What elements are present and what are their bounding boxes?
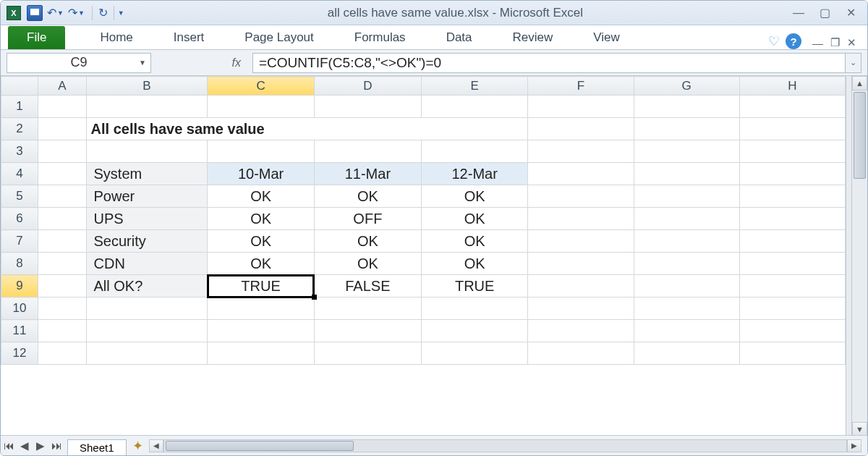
workbook-close-icon[interactable]: ✕ [847, 36, 856, 49]
file-tab[interactable]: File [8, 26, 65, 49]
tab-home[interactable]: Home [87, 26, 145, 49]
sheet-nav-prev-icon[interactable]: ◀ [17, 438, 33, 454]
undo-icon[interactable]: ↶ [47, 6, 56, 20]
excel-app-icon: X [7, 6, 21, 20]
row-header[interactable]: 8 [1, 253, 38, 275]
scroll-down-icon[interactable]: ▼ [852, 422, 867, 436]
col-header[interactable]: A [38, 77, 86, 96]
name-box-value: C9 [70, 55, 87, 70]
fx-icon[interactable]: fx [232, 56, 241, 69]
cell[interactable]: OK [314, 253, 421, 275]
cell[interactable]: 11-Mar [314, 163, 421, 185]
formula-expand-icon[interactable]: ⌄ [846, 53, 861, 73]
ribbon-tabs: File Home Insert Page Layout Formulas Da… [1, 25, 867, 50]
cell[interactable]: Power [86, 185, 208, 208]
cell[interactable]: Security [86, 230, 208, 253]
cell[interactable]: FALSE [314, 275, 421, 297]
cell[interactable]: 10-Mar [208, 163, 315, 185]
new-sheet-icon[interactable]: ✦ [132, 438, 143, 454]
close-button[interactable]: ✕ [840, 5, 861, 21]
cell[interactable]: OK [208, 253, 315, 275]
cell[interactable]: All OK? [86, 275, 208, 297]
name-box[interactable]: C9 ▼ [7, 53, 151, 73]
help-icon[interactable]: ? [786, 33, 801, 49]
formula-input[interactable]: =COUNTIF(C5:C8,"<>OK")=0 [252, 53, 846, 73]
row-header[interactable]: 9 [1, 275, 38, 297]
scroll-left-icon[interactable]: ◀ [149, 439, 163, 452]
qa-separator-2 [114, 6, 114, 20]
row-header[interactable]: 1 [1, 96, 38, 118]
scroll-thumb[interactable] [166, 441, 354, 451]
qa-customize-icon[interactable]: ▼ [118, 9, 124, 17]
scroll-right-icon[interactable]: ▶ [847, 439, 861, 452]
sheet-nav-next-icon[interactable]: ▶ [33, 438, 48, 454]
qa-separator [92, 6, 93, 20]
tab-formulas[interactable]: Formulas [341, 26, 419, 49]
tab-page-layout[interactable]: Page Layout [231, 26, 326, 49]
cell[interactable]: OK [208, 185, 315, 208]
col-header[interactable]: C [208, 77, 315, 96]
col-header[interactable]: H [739, 77, 845, 96]
maximize-button[interactable]: ▢ [814, 5, 835, 21]
sheet-heading[interactable]: All cells have same value [86, 118, 528, 140]
redo-dropdown-icon[interactable]: ▼ [78, 9, 85, 17]
sheet-nav-first-icon[interactable]: ⏮ [1, 438, 17, 454]
row-header[interactable]: 3 [1, 140, 38, 163]
cell[interactable]: OK [314, 230, 421, 253]
col-header[interactable]: F [528, 77, 634, 96]
repeat-icon[interactable]: ↻ [98, 6, 108, 20]
cell[interactable]: OK [421, 185, 528, 208]
undo-dropdown-icon[interactable]: ▼ [57, 9, 64, 17]
vertical-scrollbar[interactable]: ▲ ▼ [851, 76, 867, 436]
row-header[interactable]: 2 [1, 118, 38, 140]
worksheet-area: A B C D E F G H 1 2 All cells have same … [1, 76, 867, 436]
formula-bar: C9 ▼ fx =COUNTIF(C5:C8,"<>OK")=0 ⌄ [1, 50, 867, 76]
select-all-corner[interactable] [1, 77, 38, 96]
sheet-nav-last-icon[interactable]: ⏭ [48, 438, 64, 454]
scroll-thumb[interactable] [854, 92, 866, 179]
sheet-tab-bar: ⏮ ◀ ▶ ⏭ Sheet1 ✦ ◀ ▶ [1, 435, 867, 455]
row-header[interactable]: 6 [1, 208, 38, 230]
row-header[interactable]: 12 [1, 342, 38, 365]
window-title: all cells have same value.xlsx - Microso… [127, 6, 783, 20]
cell[interactable]: TRUE [421, 275, 528, 297]
col-header[interactable]: G [634, 77, 739, 96]
cell[interactable]: UPS [86, 208, 208, 230]
cell[interactable]: OK [421, 230, 528, 253]
cell[interactable]: OK [208, 208, 315, 230]
cell[interactable]: 12-Mar [421, 163, 528, 185]
row-header[interactable]: 11 [1, 320, 38, 342]
title-bar: X ↶▼ ↷▼ ↻ ▼ all cells have same value.xl… [1, 1, 867, 25]
tab-review[interactable]: Review [500, 26, 566, 49]
cell[interactable]: OK [208, 230, 315, 253]
save-icon[interactable] [27, 5, 43, 21]
name-box-dropdown-icon[interactable]: ▼ [139, 59, 146, 67]
workbook-restore-icon[interactable]: ❐ [830, 36, 840, 49]
redo-icon[interactable]: ↷ [68, 6, 77, 20]
split-handle[interactable] [846, 76, 851, 436]
row-header[interactable]: 5 [1, 185, 38, 208]
col-header[interactable]: D [314, 77, 421, 96]
scroll-up-icon[interactable]: ▲ [852, 76, 867, 90]
cell[interactable]: CDN [86, 253, 208, 275]
cell[interactable]: OK [421, 253, 528, 275]
tab-insert[interactable]: Insert [161, 26, 218, 49]
spreadsheet-grid[interactable]: A B C D E F G H 1 2 All cells have same … [1, 76, 846, 365]
tab-view[interactable]: View [580, 26, 633, 49]
cell[interactable]: System [86, 163, 208, 185]
col-header[interactable]: E [421, 77, 528, 96]
active-cell[interactable]: TRUE [208, 275, 315, 297]
col-header[interactable]: B [86, 77, 208, 96]
row-header[interactable]: 10 [1, 297, 38, 320]
cell[interactable]: OFF [314, 208, 421, 230]
horizontal-scrollbar[interactable]: ◀ ▶ [149, 439, 861, 452]
cell[interactable]: OK [421, 208, 528, 230]
minimize-button[interactable]: ― [788, 5, 809, 21]
row-header[interactable]: 4 [1, 163, 38, 185]
cell[interactable]: OK [314, 185, 421, 208]
minimize-ribbon-icon[interactable]: ♡ [768, 33, 780, 49]
sheet-tab[interactable]: Sheet1 [67, 439, 127, 455]
tab-data[interactable]: Data [433, 26, 485, 49]
row-header[interactable]: 7 [1, 230, 38, 253]
workbook-minimize-icon[interactable]: ― [812, 37, 823, 49]
